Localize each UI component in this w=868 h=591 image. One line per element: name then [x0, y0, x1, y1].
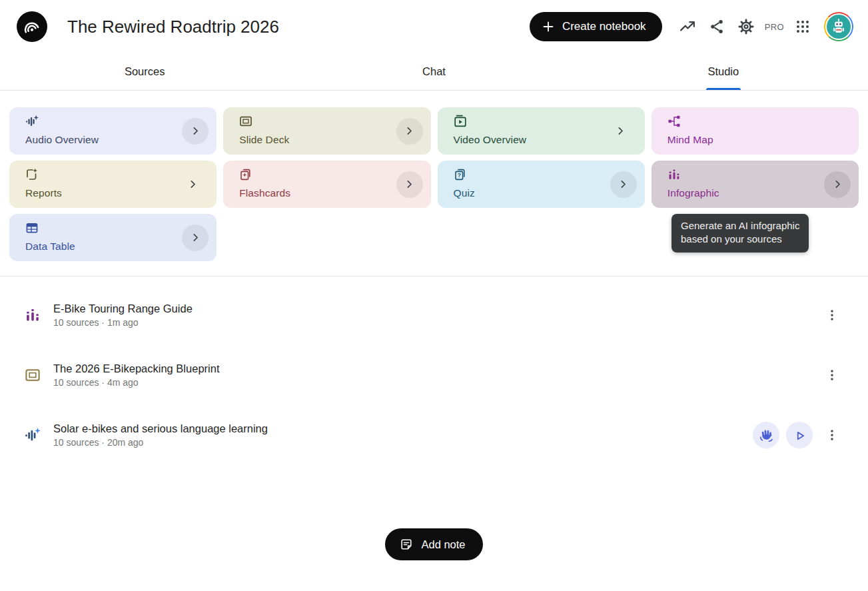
- create-notebook-button[interactable]: Create notebook: [530, 12, 662, 41]
- create-notebook-label: Create notebook: [562, 20, 646, 33]
- header-actions: [673, 12, 761, 41]
- tooltip-line-1: Generate an AI infographic: [681, 219, 799, 233]
- chevron-right-icon[interactable]: [396, 118, 423, 145]
- settings-gear-icon[interactable]: [731, 12, 761, 41]
- tab-label: Sources: [125, 65, 165, 78]
- svg-text:?: ?: [457, 172, 460, 179]
- card-label: Quiz: [454, 187, 605, 199]
- studio-card-slide-deck[interactable]: Slide Deck: [223, 107, 430, 155]
- studio-card-infographic[interactable]: Infographic: [651, 161, 859, 208]
- studio-card-flashcards[interactable]: Flashcards: [223, 161, 430, 208]
- card-label: Data Table: [25, 241, 177, 253]
- section-divider: [0, 276, 868, 277]
- slide-deck-icon: [239, 115, 390, 128]
- tab-sources[interactable]: Sources: [0, 53, 289, 90]
- artifact-row[interactable]: Solar e-bikes and serious language learn…: [0, 405, 868, 465]
- quiz-icon: ?: [454, 168, 605, 181]
- main-tabs: SourcesChatStudio: [0, 53, 868, 91]
- add-note-button[interactable]: Add note: [385, 528, 482, 560]
- artifact-actions: [753, 422, 813, 448]
- chevron-right-icon[interactable]: [396, 171, 423, 198]
- note-icon: [400, 538, 413, 551]
- flashcards-icon: [239, 168, 390, 181]
- robot-avatar: [827, 15, 851, 39]
- app-header: The Rewired Roadtrip 2026 Create noteboo…: [0, 0, 868, 53]
- card-label: Reports: [25, 187, 177, 199]
- chevron-right-icon[interactable]: [608, 118, 634, 145]
- user-avatar[interactable]: [824, 12, 853, 41]
- data-table-icon: [25, 221, 177, 235]
- infographic-icon: [24, 307, 41, 323]
- artifact-meta: 10 sources · 4m ago: [53, 377, 813, 388]
- more-menu-button[interactable]: [823, 302, 841, 328]
- artifact-row[interactable]: E-Bike Touring Range Guide10 sources · 1…: [0, 285, 868, 345]
- card-label: Video Overview: [454, 134, 605, 146]
- video-overview-icon: [454, 115, 605, 128]
- studio-card-audio-overview[interactable]: Audio Overview: [9, 107, 217, 155]
- studio-card-mind-map[interactable]: Mind Map: [651, 107, 859, 155]
- more-menu-button[interactable]: [823, 362, 841, 388]
- audio-waveform-icon: [25, 115, 177, 128]
- infographic-tooltip: Generate an AI infographic based on your…: [671, 214, 809, 253]
- share-icon[interactable]: [702, 12, 731, 41]
- notebook-title[interactable]: The Rewired Roadtrip 2026: [67, 17, 279, 37]
- slide-deck-icon: [24, 367, 41, 383]
- chevron-right-icon[interactable]: [179, 171, 206, 198]
- studio-card-quiz[interactable]: ?Quiz: [438, 161, 645, 208]
- apps-grid-icon[interactable]: [788, 12, 817, 41]
- pro-badge: PRO: [765, 22, 784, 32]
- studio-card-video-overview[interactable]: Video Overview: [438, 107, 645, 155]
- card-label: Slide Deck: [239, 134, 390, 146]
- mind-map-icon: [667, 115, 819, 128]
- play-audio-button[interactable]: [786, 422, 813, 448]
- studio-card-reports[interactable]: Reports: [9, 161, 217, 208]
- interactive-mode-button[interactable]: [753, 422, 779, 448]
- audio-waveform-icon: [24, 427, 41, 443]
- studio-card-data-table[interactable]: Data Table: [9, 214, 217, 261]
- card-label: Infographic: [667, 187, 819, 199]
- tab-chat[interactable]: Chat: [289, 53, 578, 90]
- chevron-right-icon[interactable]: [610, 171, 637, 198]
- card-label: Flashcards: [239, 187, 390, 199]
- artifact-title: The 2026 E-Bikepacking Blueprint: [53, 362, 813, 375]
- add-note-label: Add note: [421, 538, 465, 551]
- artifact-list: E-Bike Touring Range Guide10 sources · 1…: [0, 285, 868, 465]
- infographic-icon: [667, 168, 819, 181]
- tab-studio[interactable]: Studio: [579, 53, 868, 90]
- more-menu-button[interactable]: [823, 422, 841, 448]
- active-tab-underline: [706, 88, 741, 90]
- card-label: Audio Overview: [25, 134, 177, 146]
- artifact-meta: 10 sources · 20m ago: [53, 437, 753, 448]
- tab-label: Chat: [422, 65, 446, 78]
- notebooklm-logo-icon[interactable]: [17, 11, 47, 42]
- reports-icon: [25, 168, 177, 181]
- chevron-right-icon[interactable]: [824, 171, 851, 198]
- artifact-row[interactable]: The 2026 E-Bikepacking Blueprint10 sourc…: [0, 345, 868, 405]
- artifact-meta: 10 sources · 1m ago: [53, 317, 813, 328]
- chevron-right-icon[interactable]: [182, 225, 209, 251]
- trending-up-icon[interactable]: [673, 12, 702, 41]
- plus-icon: [542, 20, 555, 33]
- chevron-right-icon[interactable]: [182, 118, 209, 145]
- card-label: Mind Map: [667, 134, 819, 146]
- tab-label: Studio: [707, 65, 739, 78]
- artifact-title: E-Bike Touring Range Guide: [53, 302, 813, 315]
- artifact-title: Solar e-bikes and serious language learn…: [53, 422, 753, 435]
- tooltip-line-2: based on your sources: [681, 233, 799, 246]
- add-note-container: Add note: [0, 528, 868, 591]
